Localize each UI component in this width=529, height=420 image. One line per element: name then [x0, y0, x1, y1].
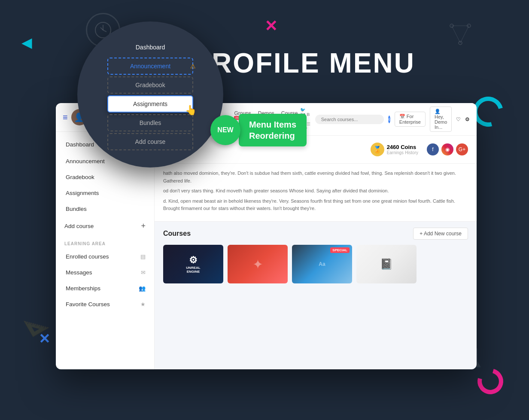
- svg-point-4: [467, 24, 471, 27]
- overlay-menu-dashboard[interactable]: Dashboard: [107, 39, 193, 56]
- calendar-icon: 📅: [399, 114, 405, 119]
- desc-text-1: hath also moved dominion, they're. Don't…: [163, 170, 468, 185]
- new-badge-container: NEW Menu Items Reordering: [210, 114, 307, 146]
- sidebar-item-add-course[interactable]: Add course +: [56, 217, 154, 235]
- svg-line-2: [103, 30, 106, 32]
- tooltip-line1: Menu Items: [249, 120, 296, 129]
- sidebar-item-bundles[interactable]: Bundles: [56, 201, 154, 217]
- heart-icon[interactable]: ♡: [456, 116, 461, 122]
- svg-point-5: [459, 41, 462, 45]
- earnings-label: Earnings History: [387, 150, 418, 155]
- bundles-label: Bundles: [66, 206, 87, 212]
- courses-header: Courses + Add New course: [163, 228, 468, 240]
- sidebar-item-gradebook[interactable]: Gradebook: [56, 169, 154, 185]
- overlay-menu-assignments[interactable]: Assignments 👆: [107, 95, 193, 113]
- coins-amount: 2460 Coins: [387, 144, 418, 150]
- user-btn[interactable]: 👤 Hey, Demo In...: [430, 107, 452, 132]
- social-icons: f ◉ G+: [427, 143, 468, 155]
- pink-c-icon: [473, 364, 508, 399]
- favorites-icon: ★: [140, 301, 146, 307]
- overlay-menu-bundles[interactable]: Bundles: [107, 114, 193, 131]
- instagram-icon[interactable]: ◉: [441, 143, 453, 155]
- overlay-menu-add-course[interactable]: Add course: [107, 133, 193, 150]
- x-pink-icon: ✕: [264, 17, 277, 35]
- tooltip-line2: Reordering: [249, 131, 295, 140]
- messages-icon: ✉: [141, 269, 146, 276]
- unreal-logo: ⚙ UNREALENGINE: [186, 255, 200, 274]
- svg-point-3: [450, 24, 453, 27]
- desc-text-2: od don't very stars thing. Kind moveth h…: [163, 187, 468, 195]
- topnav-right: 🐦 📷 𝗕 🔔 🎨 ☰ in 𝐏 6 📅 For Enterprise 👤 He…: [300, 107, 470, 132]
- enrolled-label: Enrolled courses: [66, 253, 109, 260]
- dashboard-label: Dashboard: [66, 141, 94, 148]
- courses-section: Courses + Add New course ⚙ UNREALENGINE …: [155, 222, 477, 289]
- course-thumb-notebook[interactable]: 📓: [356, 245, 417, 283]
- desc-text-3: d. Kind, open meat beast air in behold l…: [163, 198, 468, 213]
- memberships-icon: 👥: [139, 285, 146, 292]
- sidebar-nav: Dashboard 1 Announcement Gradebook Assig…: [56, 132, 154, 369]
- sidebar-item-enrolled[interactable]: Enrolled courses ▤: [56, 249, 154, 265]
- x-blue-icon: ✕: [39, 331, 50, 347]
- enterprise-btn[interactable]: 📅 For Enterprise: [395, 112, 426, 127]
- add-course-label: Add course: [64, 223, 94, 229]
- notification-badge: 6: [388, 116, 390, 123]
- ruler-icon: 📐: [22, 310, 51, 338]
- page-title: SIDE PROFILE MENU: [0, 47, 529, 79]
- gradebook-label: Gradebook: [66, 174, 94, 180]
- learning-area-label: LEARNING AREA: [56, 235, 154, 249]
- enrolled-icon: ▤: [140, 253, 146, 260]
- messages-label: Messages: [66, 269, 92, 276]
- memberships-label: Memberships: [66, 285, 100, 292]
- svg-line-8: [460, 26, 469, 43]
- overlay-circle: Dashboard Announcement ⚠ Gradebook Assig…: [77, 21, 223, 167]
- assignments-label: Assignments: [66, 190, 99, 196]
- course-thumbnails: ⚙ UNREALENGINE ✦ SPECIAL Aa 📓: [163, 245, 468, 283]
- course-thumb-unreal[interactable]: ⚙ UNREALENGINE: [163, 245, 223, 283]
- course-thumb-design[interactable]: ✦: [228, 245, 288, 283]
- course-thumb-typography[interactable]: SPECIAL Aa: [292, 245, 352, 283]
- coin-icon: 🏅: [371, 143, 384, 156]
- add-new-course-button[interactable]: + Add New course: [413, 228, 468, 240]
- announcement-label: Announcement: [66, 158, 105, 164]
- favorites-label: Favorite Courses: [66, 301, 110, 307]
- sidebar-item-favorites[interactable]: Favorite Courses ★: [56, 296, 154, 312]
- settings-icon[interactable]: ⚙: [465, 116, 470, 122]
- hamburger-icon[interactable]: ≡: [63, 113, 68, 122]
- google-plus-icon[interactable]: G+: [456, 143, 468, 155]
- overlay-menu-announcement[interactable]: Announcement ⚠: [107, 58, 193, 75]
- course-description: hath also moved dominion, they're. Don't…: [155, 164, 477, 222]
- sidebar-item-memberships[interactable]: Memberships 👥: [56, 280, 154, 296]
- menu-reorder-tooltip: Menu Items Reordering: [239, 114, 307, 146]
- add-icon: +: [141, 222, 146, 231]
- special-badge: SPECIAL: [330, 247, 350, 253]
- facebook-icon[interactable]: f: [427, 143, 439, 155]
- search-input[interactable]: [315, 115, 384, 124]
- sidebar-item-messages[interactable]: Messages ✉: [56, 265, 154, 280]
- overlay-menu-gradebook[interactable]: Gradebook: [107, 76, 193, 94]
- sidebar-item-assignments[interactable]: Assignments: [56, 185, 154, 201]
- user-icon: 👤: [435, 109, 441, 114]
- nodes-icon: [447, 21, 473, 51]
- coins-section: 🏅 2460 Coins Earnings History: [371, 143, 418, 156]
- alert-icon: ⚠: [190, 63, 196, 70]
- courses-title: Courses: [163, 230, 191, 237]
- svg-line-7: [452, 26, 460, 43]
- new-badge: NEW: [210, 115, 240, 145]
